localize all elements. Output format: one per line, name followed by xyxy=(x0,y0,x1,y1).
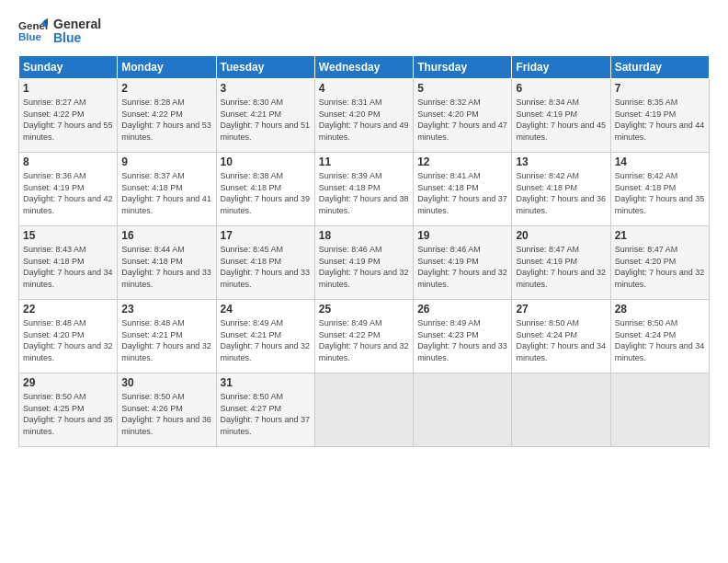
calendar-row: 8 Sunrise: 8:36 AM Sunset: 4:19 PM Dayli… xyxy=(19,153,710,226)
day-cell: 18 Sunrise: 8:46 AM Sunset: 4:19 PM Dayl… xyxy=(314,226,413,300)
day-cell: 9 Sunrise: 8:37 AM Sunset: 4:18 PM Dayli… xyxy=(118,153,216,226)
day-number: 16 xyxy=(121,229,211,242)
day-cell: 19 Sunrise: 8:46 AM Sunset: 4:19 PM Dayl… xyxy=(414,226,512,300)
day-cell: 7 Sunrise: 8:35 AM Sunset: 4:19 PM Dayli… xyxy=(610,79,709,153)
day-cell: 30 Sunrise: 8:50 AM Sunset: 4:26 PM Dayl… xyxy=(118,373,216,447)
day-info: Sunrise: 8:28 AM Sunset: 4:22 PM Dayligh… xyxy=(121,97,211,143)
day-number: 10 xyxy=(221,155,311,168)
day-cell: 23 Sunrise: 8:48 AM Sunset: 4:21 PM Dayl… xyxy=(118,300,216,373)
day-number: 21 xyxy=(615,229,705,242)
day-info: Sunrise: 8:35 AM Sunset: 4:19 PM Dayligh… xyxy=(615,97,705,143)
day-info: Sunrise: 8:50 AM Sunset: 4:26 PM Dayligh… xyxy=(121,391,211,437)
day-cell: 11 Sunrise: 8:39 AM Sunset: 4:18 PM Dayl… xyxy=(314,153,413,226)
day-number: 1 xyxy=(23,82,113,95)
empty-cell xyxy=(610,373,709,447)
day-cell: 29 Sunrise: 8:50 AM Sunset: 4:25 PM Dayl… xyxy=(19,373,118,447)
day-cell: 2 Sunrise: 8:28 AM Sunset: 4:22 PM Dayli… xyxy=(118,79,216,153)
day-cell: 16 Sunrise: 8:44 AM Sunset: 4:18 PM Dayl… xyxy=(118,226,216,300)
day-cell: 8 Sunrise: 8:36 AM Sunset: 4:19 PM Dayli… xyxy=(19,153,118,226)
day-cell: 4 Sunrise: 8:31 AM Sunset: 4:20 PM Dayli… xyxy=(314,79,413,153)
day-info: Sunrise: 8:48 AM Sunset: 4:21 PM Dayligh… xyxy=(121,317,211,363)
day-number: 9 xyxy=(121,155,211,168)
col-tuesday: Tuesday xyxy=(216,56,314,79)
day-number: 29 xyxy=(23,376,113,389)
day-cell: 25 Sunrise: 8:49 AM Sunset: 4:22 PM Dayl… xyxy=(314,300,413,373)
day-info: Sunrise: 8:44 AM Sunset: 4:18 PM Dayligh… xyxy=(121,244,211,290)
day-number: 3 xyxy=(221,82,311,95)
day-number: 24 xyxy=(221,303,311,316)
day-cell: 17 Sunrise: 8:45 AM Sunset: 4:18 PM Dayl… xyxy=(216,226,314,300)
day-number: 26 xyxy=(417,303,507,316)
day-number: 22 xyxy=(23,303,113,316)
day-cell: 12 Sunrise: 8:41 AM Sunset: 4:18 PM Dayl… xyxy=(414,153,512,226)
day-info: Sunrise: 8:36 AM Sunset: 4:19 PM Dayligh… xyxy=(23,170,113,216)
day-number: 11 xyxy=(319,155,409,168)
day-info: Sunrise: 8:32 AM Sunset: 4:20 PM Dayligh… xyxy=(417,97,507,143)
day-number: 17 xyxy=(221,229,311,242)
day-number: 31 xyxy=(221,376,311,389)
day-cell: 14 Sunrise: 8:42 AM Sunset: 4:18 PM Dayl… xyxy=(610,153,709,226)
empty-cell xyxy=(512,373,610,447)
col-wednesday: Wednesday xyxy=(314,56,413,79)
day-cell: 3 Sunrise: 8:30 AM Sunset: 4:21 PM Dayli… xyxy=(216,79,314,153)
day-number: 14 xyxy=(615,155,705,168)
empty-cell xyxy=(414,373,512,447)
day-number: 15 xyxy=(23,229,113,242)
day-info: Sunrise: 8:42 AM Sunset: 4:18 PM Dayligh… xyxy=(615,170,705,216)
day-info: Sunrise: 8:34 AM Sunset: 4:19 PM Dayligh… xyxy=(516,97,606,143)
day-info: Sunrise: 8:38 AM Sunset: 4:18 PM Dayligh… xyxy=(221,170,311,216)
day-number: 2 xyxy=(121,82,211,95)
day-cell: 1 Sunrise: 8:27 AM Sunset: 4:22 PM Dayli… xyxy=(19,79,118,153)
calendar-page: General Blue General Blue Sunday Monday … xyxy=(0,0,728,563)
day-info: Sunrise: 8:46 AM Sunset: 4:19 PM Dayligh… xyxy=(319,244,409,290)
day-cell: 13 Sunrise: 8:42 AM Sunset: 4:18 PM Dayl… xyxy=(512,153,610,226)
day-cell: 22 Sunrise: 8:48 AM Sunset: 4:20 PM Dayl… xyxy=(19,300,118,373)
day-cell: 28 Sunrise: 8:50 AM Sunset: 4:24 PM Dayl… xyxy=(610,300,709,373)
empty-cell xyxy=(314,373,413,447)
logo-icon: General Blue xyxy=(18,17,48,46)
day-number: 18 xyxy=(319,229,409,242)
calendar-row: 1 Sunrise: 8:27 AM Sunset: 4:22 PM Dayli… xyxy=(19,79,710,153)
day-info: Sunrise: 8:50 AM Sunset: 4:25 PM Dayligh… xyxy=(23,391,113,437)
day-cell: 5 Sunrise: 8:32 AM Sunset: 4:20 PM Dayli… xyxy=(414,79,512,153)
day-cell: 20 Sunrise: 8:47 AM Sunset: 4:19 PM Dayl… xyxy=(512,226,610,300)
day-cell: 6 Sunrise: 8:34 AM Sunset: 4:19 PM Dayli… xyxy=(512,79,610,153)
day-info: Sunrise: 8:30 AM Sunset: 4:21 PM Dayligh… xyxy=(221,97,311,143)
day-info: Sunrise: 8:27 AM Sunset: 4:22 PM Dayligh… xyxy=(23,97,113,143)
logo-line2: Blue xyxy=(53,31,101,45)
day-info: Sunrise: 8:50 AM Sunset: 4:24 PM Dayligh… xyxy=(516,317,606,363)
day-info: Sunrise: 8:37 AM Sunset: 4:18 PM Dayligh… xyxy=(121,170,211,216)
day-info: Sunrise: 8:46 AM Sunset: 4:19 PM Dayligh… xyxy=(417,244,507,290)
day-number: 5 xyxy=(417,82,507,95)
logo: General Blue General Blue xyxy=(18,17,101,46)
day-cell: 10 Sunrise: 8:38 AM Sunset: 4:18 PM Dayl… xyxy=(216,153,314,226)
day-info: Sunrise: 8:39 AM Sunset: 4:18 PM Dayligh… xyxy=(319,170,409,216)
day-info: Sunrise: 8:41 AM Sunset: 4:18 PM Dayligh… xyxy=(417,170,507,216)
day-number: 13 xyxy=(516,155,606,168)
day-number: 25 xyxy=(319,303,409,316)
day-info: Sunrise: 8:50 AM Sunset: 4:27 PM Dayligh… xyxy=(221,391,311,437)
day-number: 4 xyxy=(319,82,409,95)
day-number: 6 xyxy=(516,82,606,95)
day-number: 19 xyxy=(417,229,507,242)
day-cell: 24 Sunrise: 8:49 AM Sunset: 4:21 PM Dayl… xyxy=(216,300,314,373)
col-saturday: Saturday xyxy=(610,56,709,79)
calendar-row: 22 Sunrise: 8:48 AM Sunset: 4:20 PM Dayl… xyxy=(19,300,710,373)
col-thursday: Thursday xyxy=(414,56,512,79)
calendar-row: 29 Sunrise: 8:50 AM Sunset: 4:25 PM Dayl… xyxy=(19,373,710,447)
calendar-row: 15 Sunrise: 8:43 AM Sunset: 4:18 PM Dayl… xyxy=(19,226,710,300)
day-cell: 27 Sunrise: 8:50 AM Sunset: 4:24 PM Dayl… xyxy=(512,300,610,373)
day-number: 12 xyxy=(417,155,507,168)
day-cell: 26 Sunrise: 8:49 AM Sunset: 4:23 PM Dayl… xyxy=(414,300,512,373)
day-info: Sunrise: 8:49 AM Sunset: 4:22 PM Dayligh… xyxy=(319,317,409,363)
day-info: Sunrise: 8:50 AM Sunset: 4:24 PM Dayligh… xyxy=(615,317,705,363)
day-info: Sunrise: 8:43 AM Sunset: 4:18 PM Dayligh… xyxy=(23,244,113,290)
logo-line1: General xyxy=(53,17,101,31)
day-info: Sunrise: 8:49 AM Sunset: 4:23 PM Dayligh… xyxy=(417,317,507,363)
header-row: Sunday Monday Tuesday Wednesday Thursday… xyxy=(19,56,710,79)
day-number: 8 xyxy=(23,155,113,168)
day-number: 23 xyxy=(121,303,211,316)
header: General Blue General Blue xyxy=(18,17,710,46)
calendar-table: Sunday Monday Tuesday Wednesday Thursday… xyxy=(18,55,710,447)
day-info: Sunrise: 8:42 AM Sunset: 4:18 PM Dayligh… xyxy=(516,170,606,216)
